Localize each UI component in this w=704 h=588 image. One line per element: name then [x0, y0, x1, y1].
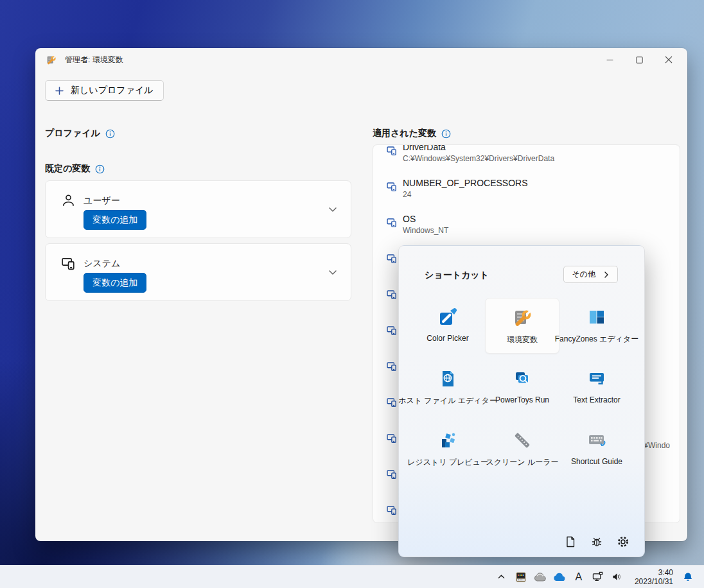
ime-letter-a[interactable]: A [570, 567, 587, 587]
color-picker-icon [437, 306, 459, 328]
add-variable-button[interactable]: 変数の追加 [84, 210, 146, 230]
speaker-icon[interactable] [609, 567, 626, 587]
text-extractor-icon [586, 368, 608, 390]
devices-icon [386, 361, 398, 372]
default-variables-heading: 既定の変数 [45, 163, 105, 175]
devices-icon [60, 255, 76, 272]
shortcut-label: Text Extractor [573, 395, 620, 404]
shortcut-label: FancyZones エディター [555, 334, 639, 345]
devices-icon [386, 145, 398, 157]
flyout-title: ショートカット [425, 270, 489, 281]
applied-variables-heading: 適用された変数 [373, 128, 451, 139]
person-icon [60, 193, 76, 209]
shortcuts-grid: Color Picker 環境変数 [410, 298, 634, 477]
variable-row[interactable]: DriverData C:¥Windows¥System32¥Drivers¥D… [373, 144, 680, 175]
shortcut-environment-variables[interactable]: 環境変数 [485, 298, 559, 354]
variable-value: C:¥Windows¥System32¥Drivers¥DriverData [403, 153, 680, 164]
shortcut-registry-preview[interactable]: レジストリ プレビュー [410, 421, 485, 477]
more-button[interactable]: その他 [563, 266, 618, 283]
clock-time: 3:40 [635, 568, 673, 577]
user-variables-card[interactable]: ユーザー 変数の追加 [45, 180, 351, 238]
clock-date: 2023/10/31 [635, 577, 673, 586]
environment-variables-app-icon [46, 55, 57, 65]
shortcut-color-picker[interactable]: Color Picker [410, 298, 485, 354]
shortcut-fancyzones-editor[interactable]: FancyZones エディター [559, 298, 634, 354]
devices-icon [386, 433, 398, 444]
new-profile-label: 新しいプロファイル [71, 85, 154, 96]
taskbar-clock[interactable]: 3:40 2023/10/31 [635, 568, 673, 586]
shortcut-guide-icon [586, 429, 608, 451]
registry-preview-icon [437, 429, 459, 451]
variable-row[interactable]: OS Windows_NT [373, 211, 680, 246]
variable-value: 24 [403, 189, 680, 200]
devices-icon [386, 505, 398, 516]
variable-name: NUMBER_OF_PROCESSORS [403, 177, 680, 189]
maximize-button[interactable] [624, 48, 654, 71]
cloud-gray-icon[interactable] [532, 567, 549, 587]
powertoys-run-icon [511, 368, 533, 390]
devices-icon [386, 217, 398, 229]
fancyzones-icon [586, 306, 608, 328]
shortcut-label: スクリーン ルーラー [486, 457, 558, 468]
card-label: システム [84, 258, 120, 270]
shortcut-label: Shortcut Guide [571, 457, 622, 466]
shortcut-label: レジストリ プレビュー [407, 457, 488, 468]
shortcut-hosts-file-editor[interactable]: ホスト ファイル エディター [410, 359, 485, 415]
variable-name: OS [403, 213, 680, 225]
flyout-footer [399, 526, 644, 557]
variable-row[interactable]: NUMBER_OF_PROCESSORS 24 [373, 175, 680, 211]
info-icon[interactable] [95, 164, 105, 174]
variable-value: Windows_NT [403, 225, 680, 236]
info-icon[interactable] [105, 129, 115, 139]
environment-variables-icon [511, 307, 533, 329]
bug-report-icon[interactable] [590, 535, 603, 548]
chevron-right-icon [603, 272, 610, 278]
shortcut-label: 環境変数 [507, 334, 538, 345]
onedrive-cloud-icon[interactable] [551, 567, 568, 587]
titlebar[interactable]: 管理者: 環境変数 [35, 48, 687, 71]
info-icon[interactable] [441, 129, 451, 139]
document-icon[interactable] [564, 535, 577, 548]
chevron-up-icon[interactable] [493, 567, 510, 587]
close-button[interactable] [654, 48, 683, 71]
screen-ruler-icon [511, 429, 533, 451]
devices-icon [386, 289, 398, 300]
devices-icon [386, 469, 398, 480]
chevron-down-icon[interactable] [328, 204, 338, 214]
bell-icon[interactable] [680, 567, 696, 587]
window-title: 管理者: 環境変数 [65, 55, 123, 65]
variable-name: DriverData [403, 144, 680, 153]
settings-gear-icon[interactable] [617, 535, 629, 548]
shortcut-screen-ruler[interactable]: スクリーン ルーラー [485, 421, 559, 477]
new-profile-button[interactable]: 新しいプロファイル [45, 80, 164, 101]
shortcut-label: ホスト ファイル エディター [398, 395, 497, 406]
devices-icon [386, 181, 398, 193]
card-label: ユーザー [84, 195, 120, 207]
chevron-down-icon[interactable] [328, 267, 338, 277]
minimize-button[interactable] [595, 48, 624, 71]
shortcut-label: Color Picker [427, 334, 468, 343]
powertoys-tray-icon[interactable] [513, 567, 529, 587]
shortcut-powertoys-run[interactable]: PowerToys Run [485, 359, 559, 415]
shortcut-shortcut-guide[interactable]: Shortcut Guide [559, 421, 634, 477]
devices-icon [386, 325, 398, 336]
powertoys-flyout: ショートカット その他 Color Picker [398, 245, 645, 557]
system-variables-card[interactable]: システム 変数の追加 [45, 243, 351, 301]
hosts-file-editor-icon [437, 368, 459, 390]
devices-icon [386, 253, 398, 264]
shortcut-text-extractor[interactable]: Text Extractor [559, 359, 634, 415]
taskbar: A 3:40 2023/10/31 [0, 565, 704, 588]
shortcut-label: PowerToys Run [495, 395, 549, 404]
profiles-heading: プロファイル [45, 128, 115, 139]
plus-icon [55, 87, 64, 95]
devices-icon [386, 397, 398, 408]
network-display-icon[interactable] [590, 567, 606, 587]
add-variable-button[interactable]: 変数の追加 [84, 273, 146, 293]
